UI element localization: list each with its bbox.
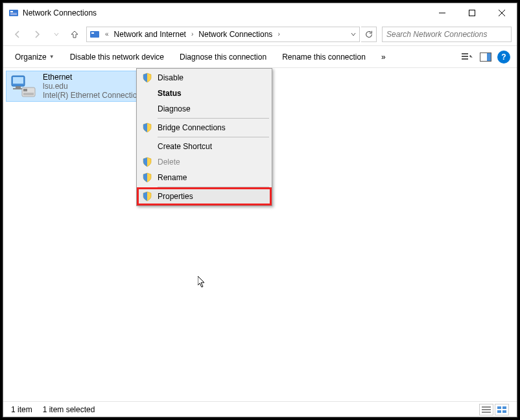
svg-rect-11	[462, 56, 468, 57]
svg-rect-21	[23, 93, 34, 95]
window-controls	[427, 3, 517, 23]
menu-label: Diagnose	[158, 104, 191, 113]
back-button[interactable]	[8, 25, 27, 43]
svg-rect-17	[16, 86, 21, 88]
status-bar: 1 item 1 item selected	[3, 401, 517, 417]
rename-label: Rename this connection	[282, 52, 366, 62]
svg-rect-10	[462, 53, 468, 54]
address-bar[interactable]: « Network and Internet › Network Connect…	[86, 27, 360, 42]
menu-label: Create Shortcut	[158, 142, 212, 151]
large-icons-view-button[interactable]	[495, 404, 509, 415]
svg-rect-27	[497, 410, 501, 413]
chevron-right-icon[interactable]: ›	[275, 30, 282, 38]
cursor-icon	[198, 276, 208, 289]
adapter-info: Ethernet lsu.edu Intel(R) Ethernet Conne…	[43, 73, 141, 100]
shield-icon	[142, 191, 152, 202]
menu-bridge[interactable]: Bridge Connections	[138, 120, 270, 135]
svg-rect-24	[482, 412, 491, 413]
menu-label: Disable	[158, 73, 183, 82]
control-panel-icon	[8, 8, 19, 18]
svg-rect-26	[502, 406, 506, 409]
view-options-button[interactable]	[460, 49, 475, 65]
navigation-bar: « Network and Internet › Network Connect…	[3, 23, 517, 46]
content-area[interactable]: Ethernet lsu.edu Intel(R) Ethernet Conne…	[3, 68, 517, 401]
svg-rect-14	[487, 53, 491, 61]
svg-rect-8	[90, 31, 99, 38]
svg-rect-25	[497, 406, 501, 409]
details-view-button[interactable]	[479, 404, 493, 415]
menu-separator	[158, 137, 269, 137]
menu-separator	[158, 187, 269, 187]
disable-label: Disable this network device	[70, 52, 164, 62]
command-toolbar: Organize ▼ Disable this network device D…	[3, 46, 517, 68]
svg-rect-9	[91, 32, 94, 34]
svg-rect-20	[23, 89, 27, 91]
organize-label: Organize	[15, 52, 47, 62]
breadcrumb-seg-2[interactable]: Network Connections	[196, 30, 275, 39]
svg-rect-12	[462, 58, 468, 60]
forward-button[interactable]	[28, 25, 46, 43]
menu-label: Status	[158, 89, 182, 98]
network-adapter-icon	[10, 73, 38, 99]
search-box[interactable]	[382, 27, 512, 42]
shield-icon	[142, 73, 152, 83]
adapter-domain: lsu.edu	[43, 82, 141, 91]
svg-rect-5	[469, 10, 475, 16]
menu-status[interactable]: Status	[138, 86, 270, 101]
menu-delete: Delete	[138, 154, 270, 170]
chevron-right-icon[interactable]: ›	[189, 30, 196, 38]
selection-count: 1 item selected	[43, 405, 95, 414]
menu-label: Delete	[158, 158, 180, 167]
disable-device-button[interactable]: Disable this network device	[64, 50, 171, 64]
menu-properties[interactable]: Properties	[138, 189, 270, 204]
adapter-name: Ethernet	[43, 73, 141, 82]
adapter-device: Intel(R) Ethernet Connection	[43, 91, 141, 100]
shield-icon	[142, 157, 152, 167]
minimize-button[interactable]	[427, 3, 457, 23]
overflow-button[interactable]: »	[375, 50, 392, 64]
svg-rect-3	[10, 14, 17, 15]
menu-shortcut[interactable]: Create Shortcut	[138, 139, 270, 154]
window-title: Network Connections	[23, 8, 427, 18]
svg-rect-23	[482, 409, 491, 410]
menu-label: Properties	[158, 192, 193, 201]
breadcrumb-prefix[interactable]: «	[102, 30, 112, 38]
up-button[interactable]	[67, 27, 82, 42]
window-frame: Network Connections	[3, 3, 517, 417]
refresh-button[interactable]	[361, 27, 377, 42]
maximize-button[interactable]	[457, 3, 487, 23]
help-button[interactable]: ?	[496, 49, 512, 65]
svg-rect-16	[13, 77, 23, 84]
context-menu: Disable Status Diagnose Bridge Connectio…	[136, 68, 272, 206]
titlebar[interactable]: Network Connections	[3, 3, 517, 23]
item-count: 1 item	[11, 405, 32, 414]
search-input[interactable]	[386, 30, 507, 39]
breadcrumb-seg-1[interactable]: Network and Internet	[112, 30, 189, 39]
organize-button[interactable]: Organize ▼	[8, 50, 61, 64]
preview-pane-button[interactable]	[478, 49, 493, 65]
overflow-label: »	[381, 52, 386, 62]
menu-rename[interactable]: Rename	[138, 170, 270, 185]
menu-label: Bridge Connections	[158, 123, 226, 132]
shield-icon	[142, 172, 152, 183]
svg-rect-22	[482, 406, 491, 408]
diagnose-button[interactable]: Diagnose this connection	[173, 50, 273, 64]
chevron-down-icon: ▼	[49, 54, 54, 60]
address-dropdown[interactable]	[348, 27, 359, 41]
menu-separator	[158, 118, 269, 119]
menu-label: Rename	[158, 173, 187, 182]
rename-button[interactable]: Rename this connection	[276, 50, 372, 64]
help-icon: ?	[497, 51, 510, 64]
diagnose-label: Diagnose this connection	[180, 52, 266, 62]
close-button[interactable]	[487, 3, 517, 23]
svg-rect-2	[10, 13, 17, 14]
menu-diagnose[interactable]: Diagnose	[138, 101, 270, 117]
shield-icon	[142, 122, 152, 133]
location-icon	[89, 29, 100, 40]
svg-rect-1	[10, 11, 13, 12]
recent-dropdown[interactable]	[47, 25, 65, 43]
menu-disable[interactable]: Disable	[138, 70, 270, 86]
svg-rect-28	[502, 410, 506, 413]
